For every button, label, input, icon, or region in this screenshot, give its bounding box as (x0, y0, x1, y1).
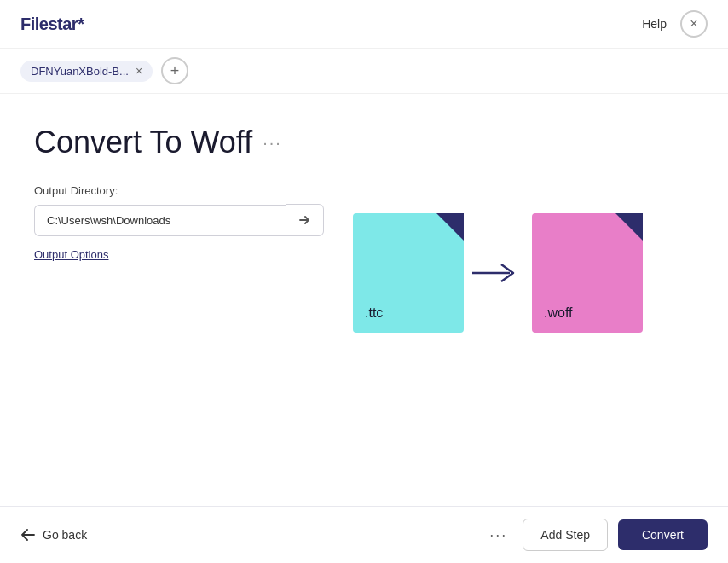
app-logo: Filestar* (20, 15, 84, 34)
title-dots: ··· (263, 133, 282, 153)
convert-button[interactable]: Convert (618, 519, 708, 550)
directory-row (34, 204, 324, 236)
output-options-link[interactable]: Output Options (34, 248, 108, 261)
help-link[interactable]: Help (642, 17, 667, 31)
add-tab-button[interactable]: + (161, 57, 188, 84)
footer-right-actions: ··· Add Step Convert (484, 519, 708, 551)
main-content: Convert To Woff ··· Output Directory: Ou… (0, 94, 728, 506)
source-ext-label: .ttc (365, 305, 383, 321)
tabs-bar: DFNYuanXBold-B... × + (0, 49, 728, 94)
header-actions: Help × (642, 10, 708, 38)
file-tab[interactable]: DFNYuanXBold-B... × (20, 61, 153, 82)
target-ext-label: .woff (544, 305, 573, 321)
source-file-icon: .ttc (353, 213, 464, 333)
more-options-button[interactable]: ··· (484, 521, 512, 549)
header: Filestar* Help × (0, 0, 728, 49)
close-button[interactable]: × (680, 10, 708, 38)
source-file-corner (436, 213, 464, 241)
file-tab-label: DFNYuanXBold-B... (31, 65, 129, 78)
output-directory-label: Output Directory: (34, 184, 694, 197)
arrow-right-icon (472, 258, 523, 288)
arrow-right-icon (298, 213, 311, 227)
footer: Go back ··· Add Step Convert (0, 506, 728, 563)
directory-input[interactable] (34, 205, 286, 236)
target-file-corner (615, 213, 643, 241)
back-arrow-icon (20, 529, 36, 541)
page-title: Convert To Woff ··· (34, 125, 694, 160)
conversion-arrow (464, 258, 532, 288)
directory-browse-button[interactable] (286, 204, 324, 236)
target-file-icon: .woff (532, 213, 643, 333)
add-step-button[interactable]: Add Step (523, 519, 608, 551)
conversion-visual: .ttc .woff (353, 213, 643, 333)
back-button[interactable]: Go back (20, 528, 87, 542)
file-tab-close-button[interactable]: × (136, 65, 142, 77)
